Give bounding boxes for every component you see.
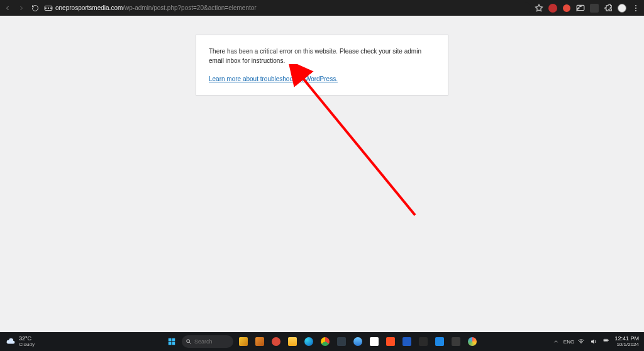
svg-point-10: [187, 340, 190, 343]
chrome-icon[interactable]: [319, 335, 331, 348]
taskbar-app-4[interactable]: [335, 335, 348, 348]
url-host: oneprosportsmedia.com: [55, 4, 123, 11]
svg-rect-15: [604, 340, 608, 342]
bookmark-star-icon[interactable]: [535, 4, 543, 13]
profile-avatar[interactable]: [618, 4, 626, 13]
taskbar-search-input[interactable]: [194, 338, 226, 345]
taskbar-app-6[interactable]: [368, 335, 380, 348]
start-button[interactable]: [165, 335, 178, 348]
kebab-menu-icon[interactable]: [631, 4, 640, 13]
taskbar-app-8[interactable]: [450, 335, 462, 348]
toolbar-actions: [535, 4, 640, 13]
browser-toolbar: oneprosportsmedia.com/wp-admin/post.php?…: [0, 0, 644, 16]
svg-point-2: [51, 8, 52, 8]
taskbar-center: [165, 335, 479, 348]
edge-icon[interactable]: [303, 335, 315, 348]
taskbar-clock[interactable]: 12:41 PM 10/1/2024: [614, 336, 639, 348]
brave-icon[interactable]: [384, 335, 397, 348]
extensions-puzzle-icon[interactable]: [604, 4, 613, 13]
taskbar-app-9[interactable]: [466, 335, 479, 348]
extension-cast-icon[interactable]: [576, 4, 585, 13]
taskbar-app-3[interactable]: [270, 335, 282, 348]
site-info-icon[interactable]: [44, 4, 53, 13]
battery-icon[interactable]: [602, 337, 611, 346]
address-bar[interactable]: oneprosportsmedia.com/wp-admin/post.php?…: [43, 2, 531, 14]
svg-line-11: [189, 342, 191, 344]
troubleshoot-link[interactable]: Learn more about troubleshooting WordPre…: [209, 75, 338, 82]
tray-language[interactable]: ENG: [564, 337, 573, 346]
svg-rect-8: [169, 342, 172, 345]
url-path: /wp-admin/post.php?post=20&action=elemen…: [123, 4, 256, 11]
search-icon: [186, 338, 192, 345]
weather-desc: Cloudy: [19, 342, 35, 348]
taskbar-search[interactable]: [182, 335, 233, 348]
error-message: There has been a critical error on this …: [209, 47, 435, 65]
volume-icon[interactable]: [589, 337, 598, 346]
svg-point-12: [581, 343, 582, 344]
extension-icon-3[interactable]: [590, 4, 599, 13]
taskbar-app-1[interactable]: [237, 335, 250, 348]
nav-group: [4, 4, 39, 12]
word-icon[interactable]: [401, 335, 413, 348]
wifi-icon[interactable]: [577, 337, 586, 346]
svg-rect-9: [172, 342, 175, 345]
weather-widget[interactable]: 32°C Cloudy: [0, 336, 35, 348]
wp-error-card: There has been a critical error on this …: [196, 35, 448, 96]
taskbar-app-7[interactable]: [417, 335, 430, 348]
svg-line-5: [301, 75, 415, 215]
svg-point-0: [45, 8, 46, 8]
tray-chevron-icon[interactable]: [552, 337, 560, 346]
taskbar: 32°C Cloudy ENG: [0, 332, 644, 351]
clock-date: 10/1/2024: [614, 342, 639, 348]
svg-rect-7: [172, 338, 175, 342]
svg-point-1: [48, 8, 48, 8]
extension-icon-2[interactable]: [562, 4, 571, 13]
system-tray: ENG 12:41 PM 10/1/2024: [552, 336, 644, 348]
svg-rect-6: [169, 338, 172, 342]
page-viewport: There has been a critical error on this …: [0, 16, 644, 332]
reload-icon[interactable]: [31, 4, 39, 12]
cloud-icon: [6, 337, 15, 346]
extension-icon-1[interactable]: [548, 4, 557, 13]
back-icon[interactable]: [4, 4, 11, 12]
taskbar-app-5[interactable]: [352, 335, 364, 348]
weather-text: 32°C Cloudy: [19, 336, 35, 348]
taskbar-app-2[interactable]: [253, 335, 266, 348]
file-explorer-icon[interactable]: [286, 335, 299, 348]
forward-icon[interactable]: [18, 4, 25, 12]
vscode-icon[interactable]: [433, 335, 446, 348]
svg-rect-14: [608, 340, 609, 341]
